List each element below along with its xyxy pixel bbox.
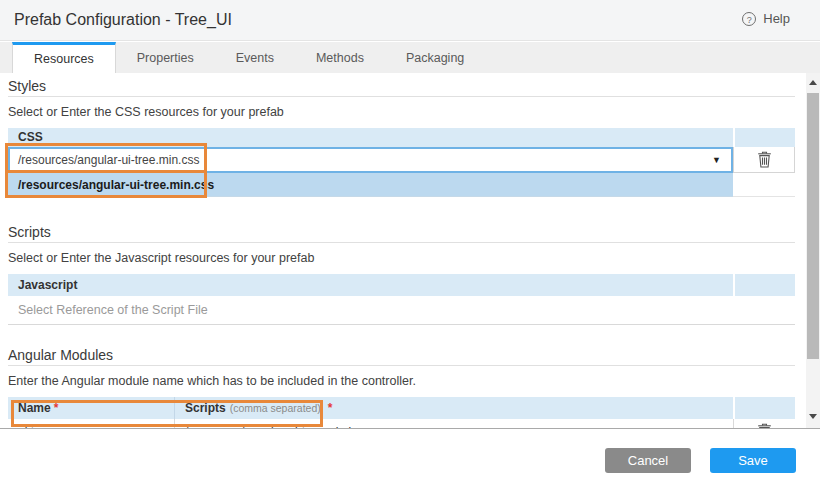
angular-modules-description: Enter the Angular module name which has …	[8, 374, 795, 388]
dialog-header: Prefab Configuration - Tree_UI ? Help	[0, 0, 820, 41]
scrollbar-down-arrow-icon[interactable]	[809, 414, 817, 419]
javascript-table-header-row: Javascript	[8, 274, 795, 296]
css-header-action-cell	[733, 128, 795, 147]
name-column-header: Name*	[8, 397, 175, 419]
tab-events[interactable]: Events	[215, 42, 295, 73]
javascript-column-header: Javascript	[8, 274, 733, 296]
help-button[interactable]: ? Help	[742, 11, 790, 26]
trash-icon	[757, 151, 772, 168]
scrollbar-thumb[interactable]	[807, 93, 819, 359]
javascript-input-row: Select Reference of the Script File	[8, 296, 795, 325]
scripts-column-header: Scripts (comma separated) *	[175, 397, 733, 419]
styles-heading: Styles	[8, 79, 795, 97]
css-option-action-cell	[733, 173, 795, 197]
chevron-down-icon: ▼	[712, 155, 731, 165]
save-button[interactable]: Save	[710, 448, 796, 473]
css-row-action-cell	[733, 147, 795, 173]
required-asterisk: *	[54, 401, 59, 415]
scripts-heading: Scripts	[8, 225, 795, 243]
angular-modules-header-row: Name* Scripts (comma separated) *	[8, 397, 795, 419]
tab-properties[interactable]: Properties	[116, 42, 215, 73]
scripts-description: Select or Enter the Javascript resources…	[8, 251, 795, 265]
javascript-header-action-cell	[733, 274, 795, 296]
tab-methods[interactable]: Methods	[295, 42, 385, 73]
javascript-table: Javascript Select Reference of the Scrip…	[8, 274, 795, 325]
css-dropdown-option-selected[interactable]: /resources/angular-ui-tree.min.css	[8, 173, 733, 197]
dialog-footer: Cancel Save	[0, 428, 820, 489]
scripts-header-label: Scripts	[185, 401, 226, 415]
tab-bar: Resources Properties Events Methods Pack…	[0, 42, 820, 73]
css-table: CSS /resources/angular-ui-tree.min.css ▼	[8, 128, 795, 197]
required-asterisk: *	[328, 401, 333, 415]
prefab-configuration-dialog: Prefab Configuration - Tree_UI ? Help Re…	[0, 0, 820, 489]
modules-header-action-cell	[733, 397, 795, 419]
tab-resources[interactable]: Resources	[12, 42, 116, 73]
javascript-resource-input-placeholder[interactable]: Select Reference of the Script File	[8, 296, 795, 324]
page-title: Prefab Configuration - Tree_UI	[14, 11, 232, 29]
css-resource-select-value: /resources/angular-ui-tree.min.css	[10, 153, 712, 167]
css-resource-select[interactable]: /resources/angular-ui-tree.min.css ▼	[8, 147, 733, 173]
angular-modules-heading: Angular Modules	[8, 348, 795, 366]
scripts-header-note: (comma separated)	[230, 402, 321, 414]
resources-panel: Styles Select or Enter the CSS resources…	[0, 73, 820, 428]
help-label: Help	[763, 11, 790, 26]
scrollbar-up-arrow-icon[interactable]	[809, 80, 817, 85]
delete-css-resource-button[interactable]	[755, 149, 774, 170]
css-table-header-row: CSS	[8, 128, 795, 147]
css-dropdown-option-row: /resources/angular-ui-tree.min.css	[8, 173, 795, 197]
tab-packaging[interactable]: Packaging	[385, 42, 485, 73]
css-select-row: /resources/angular-ui-tree.min.css ▼	[8, 147, 795, 173]
styles-description: Select or Enter the CSS resources for yo…	[8, 105, 795, 119]
name-header-label: Name	[18, 401, 51, 415]
vertical-scrollbar[interactable]	[806, 73, 820, 428]
help-icon: ?	[742, 12, 756, 26]
cancel-button[interactable]: Cancel	[605, 448, 691, 473]
css-column-header: CSS	[8, 128, 733, 147]
